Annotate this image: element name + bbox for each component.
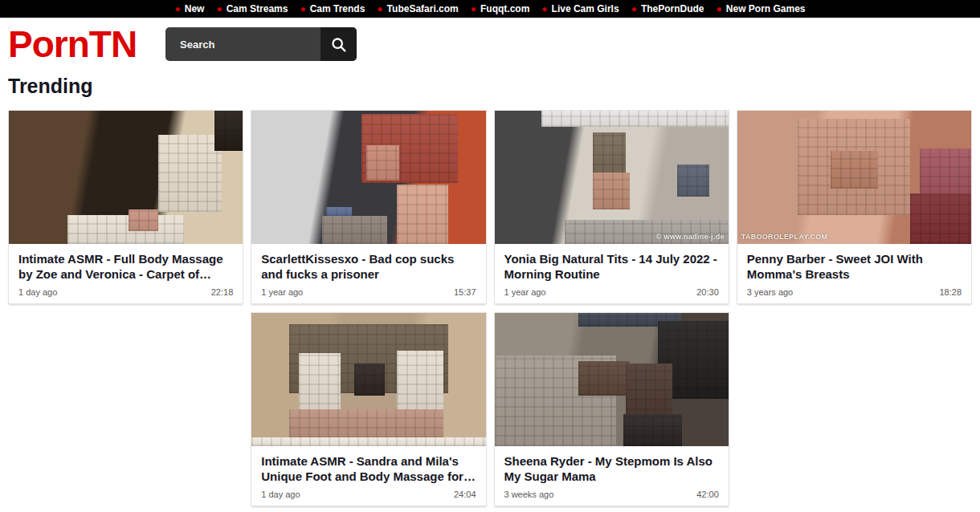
video-meta: 1 day ago 22:18 [9,285,243,303]
topbar-link-label: Live Cam Girls [552,0,619,18]
video-title-link[interactable]: Intimate ASMR - Sandra and Mila's Unique… [261,453,476,485]
video-duration: 20:30 [696,287,719,297]
topbar-link[interactable]: ●Cam Trends [300,0,365,18]
censor-block [626,364,672,420]
censor-block [831,151,877,188]
censor-block [541,111,729,127]
censor-block [251,437,485,447]
bullet-icon: ● [717,0,722,18]
video-meta: 3 weeks ago 42:00 [495,487,729,506]
bullet-icon: ● [377,0,382,18]
video-title-link[interactable]: Sheena Ryder - My Stepmom Is Also My Sug… [504,453,719,485]
video-age: 1 year ago [504,287,546,297]
site-header: PornTN [0,18,980,67]
video-title-link[interactable]: Intimate ASMR - Full Body Massage by Zoe… [18,251,233,282]
topbar-link[interactable]: ●ThePornDude [631,0,704,18]
video-age: 1 day ago [18,287,57,297]
thumbnail-watermark: TABOOROLEPLAY.COM [741,233,828,241]
video-meta: 1 year ago 15:37 [251,285,485,303]
video-grid: Intimate ASMR - Full Body Massage by Zoe… [0,110,980,512]
censor-block [322,216,388,244]
video-thumbnail[interactable] [251,111,485,244]
search-icon [330,36,347,53]
video-thumbnail[interactable] [495,313,729,446]
video-thumbnail[interactable] [9,111,243,244]
censor-block [910,193,971,244]
censor-block [366,145,399,180]
video-card[interactable]: Intimate ASMR - Sandra and Mila's Unique… [251,312,486,506]
topbar-link-label: ThePornDude [641,0,704,18]
topbar-link[interactable]: ●Cam Streams [216,0,288,18]
censor-block [214,111,243,151]
censor-block [326,207,352,217]
topbar-link-label: TubeSafari.com [387,0,459,18]
topbar-link[interactable]: ●Fuqqt.com [471,0,530,18]
video-thumbnail[interactable]: TABOOROLEPLAY.COM [737,111,971,244]
video-duration: 18:28 [939,287,962,297]
video-title-link[interactable]: Yonia Big Natural Tits - 14 July 2022 - … [504,251,719,282]
topbar-link-label: New Porn Games [726,0,806,18]
censor-block [289,409,443,439]
video-card-body: Sheena Ryder - My Stepmom Is Also My Sug… [495,446,729,487]
video-card[interactable]: © www.nadine-j.de Yonia Big Natural Tits… [494,110,729,304]
topbar-link-label: New [185,0,205,18]
video-card[interactable]: TABOOROLEPLAY.COM Penny Barber - Sweet J… [737,110,972,304]
video-card-body: Yonia Big Natural Tits - 14 July 2022 - … [495,244,729,285]
censor-block [677,165,710,197]
video-duration: 42:00 [696,490,719,499]
video-card-body: ScarlettKissesxo - Bad cop sucks and fuc… [251,244,485,285]
bullet-icon: ● [175,0,181,18]
video-title-link[interactable]: ScarlettKissesxo - Bad cop sucks and fuc… [261,251,476,282]
video-age: 3 years ago [747,287,793,297]
topbar-link[interactable]: ●New [175,0,205,18]
video-meta: 1 year ago 20:30 [495,285,729,303]
censor-block [67,215,185,245]
bullet-icon: ● [631,0,637,18]
bullet-icon: ● [541,0,547,18]
video-age: 3 weeks ago [504,490,554,499]
topbar-link[interactable]: ●TubeSafari.com [377,0,458,18]
bullet-icon: ● [216,0,222,18]
censor-block [920,148,971,197]
censor-block [623,414,682,446]
search-box [165,27,357,61]
video-card[interactable]: ScarlettKissesxo - Bad cop sucks and fuc… [251,110,486,304]
video-card-body: Intimate ASMR - Sandra and Mila's Unique… [251,446,485,487]
censor-block [158,135,222,212]
video-card-body: Penny Barber - Sweet JOI With Momma's Br… [737,244,971,285]
censor-block [397,351,443,415]
censor-block [397,185,448,245]
video-card[interactable]: Sheena Ryder - My Stepmom Is Also My Sug… [494,312,729,506]
video-duration: 24:04 [454,490,476,499]
topbar-link[interactable]: ●New Porn Games [717,0,806,18]
video-card[interactable]: Intimate ASMR - Full Body Massage by Zoe… [8,110,243,304]
video-title-link[interactable]: Penny Barber - Sweet JOI With Momma's Br… [747,251,962,282]
topbar-link-label: Cam Streams [227,0,288,18]
page-title: Trending [8,75,972,98]
logo-link[interactable]: PornTN [8,25,137,63]
censor-block [299,353,341,414]
video-thumbnail[interactable] [251,313,485,446]
bullet-icon: ● [471,0,476,18]
topbar: ●New●Cam Streams●Cam Trends●TubeSafari.c… [0,0,980,18]
bullet-icon: ● [300,0,305,18]
video-duration: 15:37 [454,287,476,297]
video-age: 1 day ago [261,490,300,499]
topbar-link-label: Cam Trends [310,0,365,18]
thumbnail-watermark: © www.nadine-j.de [656,233,725,241]
search-input[interactable] [165,27,321,61]
video-meta: 1 day ago 24:04 [251,487,485,506]
video-thumbnail[interactable]: © www.nadine-j.de [495,111,729,244]
video-duration: 22:18 [211,287,234,297]
search-button[interactable] [321,27,357,61]
censor-block [354,364,385,396]
topbar-link-label: Fuqqt.com [480,0,529,18]
video-meta: 3 years ago 18:28 [737,285,971,303]
censor-block [593,132,626,175]
video-card-body: Intimate ASMR - Full Body Massage by Zoe… [9,244,243,285]
topbar-link[interactable]: ●Live Cam Girls [541,0,619,18]
video-age: 1 year ago [261,287,303,297]
censor-block [578,361,630,396]
censor-block [129,209,159,231]
censor-block [593,173,631,209]
